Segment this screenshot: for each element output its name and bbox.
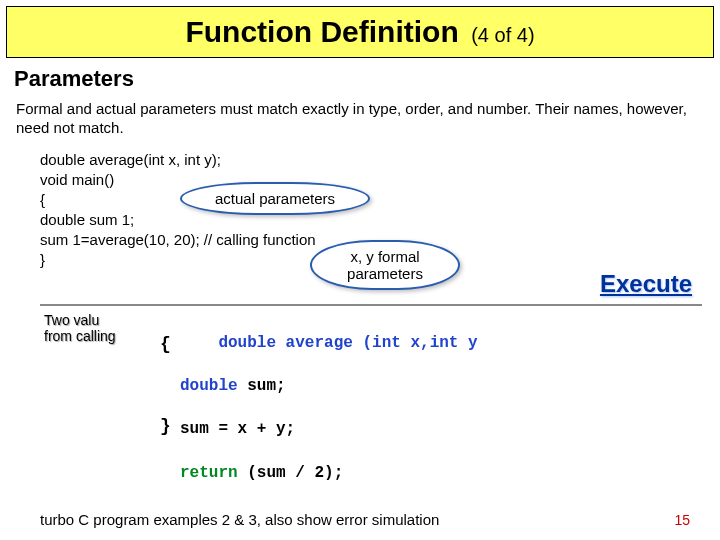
execute-link[interactable]: Execute xyxy=(600,270,692,298)
code-signature: double average (int x,int y xyxy=(218,334,477,352)
code-image-area: Two valu from calling double average (in… xyxy=(40,304,702,474)
explanation-band: Formal and actual parameters must match … xyxy=(6,96,714,146)
faint-caption-line2: from calling xyxy=(44,328,116,344)
title-main: Function Definition xyxy=(185,15,458,48)
faint-caption: Two valu from calling xyxy=(44,312,116,346)
code-return-rest: (sum / 2); xyxy=(238,464,344,482)
close-brace: } xyxy=(160,416,171,436)
code-assign: sum = x + y; xyxy=(180,420,295,438)
code-text: sum; xyxy=(238,377,286,395)
section-band: Parameters xyxy=(6,62,714,96)
cpp-code-block: double average (int x,int y double sum; … xyxy=(180,312,478,541)
explanation-text: Formal and actual parameters must match … xyxy=(16,100,704,138)
code-sample-area: double average(int x, int y); void main(… xyxy=(40,150,702,300)
faint-caption-line1: Two valu xyxy=(44,312,99,328)
open-brace: { xyxy=(160,334,171,354)
callout-actual-parameters: actual parameters xyxy=(180,182,370,215)
code-line: double average(int x, int y); xyxy=(40,150,221,170)
code-line: sum 1=average(10, 20); // calling functi… xyxy=(40,230,316,250)
code-line: double sum 1; xyxy=(40,210,134,230)
title-sub: (4 of 4) xyxy=(471,24,534,46)
code-line: { xyxy=(40,190,45,210)
code-keyword: double xyxy=(180,377,238,395)
code-line: } xyxy=(40,250,45,270)
page-number: 15 xyxy=(674,512,690,528)
code-return-kw: return xyxy=(180,464,238,482)
code-line: void main() xyxy=(40,170,114,190)
callout-formal-parameters: x, y formal parameters xyxy=(310,240,460,291)
section-heading: Parameters xyxy=(14,66,706,92)
footer-note: turbo C program examples 2 & 3, also sho… xyxy=(40,511,439,528)
title-band: Function Definition (4 of 4) xyxy=(6,6,714,58)
